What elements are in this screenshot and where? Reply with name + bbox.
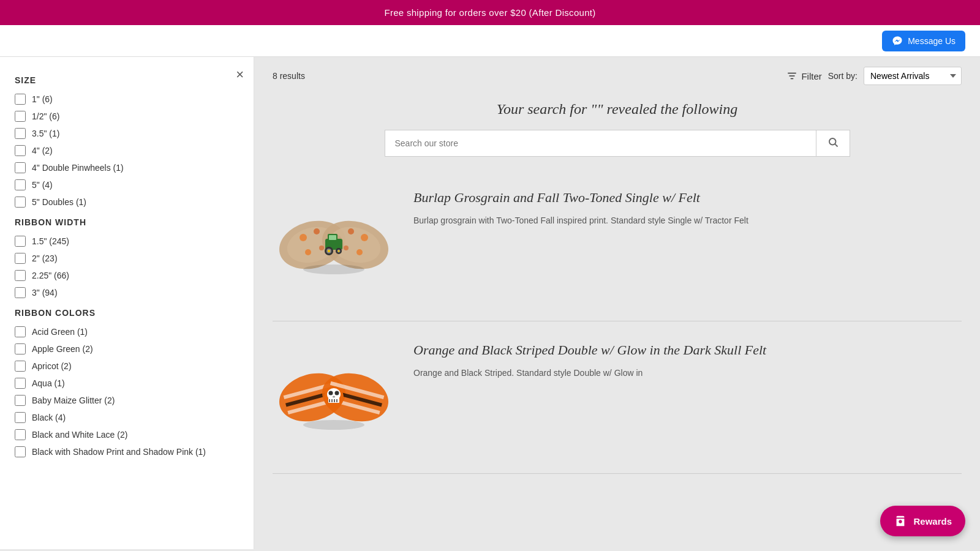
- ribbon-color-item[interactable]: Acid Green (1): [15, 326, 239, 337]
- ribbon-color-checkbox-5[interactable]: [15, 412, 26, 423]
- main-layout: × SIZE 1" (6) 1/2" (6) 3.5" (1) 4" (2): [0, 57, 980, 549]
- ribbon-width-label-2: 2.25" (66): [32, 271, 69, 280]
- svg-point-3: [829, 138, 836, 145]
- ribbon-color-label-3: Aqua (1): [32, 378, 65, 388]
- ribbon-color-item[interactable]: Baby Maize Glitter (2): [15, 395, 239, 406]
- size-label-0: 1" (6): [32, 94, 53, 104]
- ribbon-color-label-4: Baby Maize Glitter (2): [32, 395, 115, 405]
- ribbon-width-label-1: 2" (23): [32, 253, 58, 263]
- size-filter-item[interactable]: 5" Doubles (1): [15, 197, 239, 208]
- top-banner: Free shipping for orders over $20 (After…: [0, 0, 980, 25]
- ribbon-color-label-1: Apple Green (2): [32, 344, 93, 354]
- svg-point-15: [356, 249, 363, 255]
- size-checkbox-0[interactable]: [15, 94, 26, 105]
- ribbon-color-item[interactable]: Apricot (2): [15, 361, 239, 372]
- size-filter-item[interactable]: 3.5" (1): [15, 128, 239, 139]
- filter-label: Filter: [801, 71, 821, 81]
- size-filter-item[interactable]: 4" (2): [15, 145, 239, 156]
- size-checkbox-4[interactable]: [15, 162, 26, 173]
- ribbon-color-label-2: Apricot (2): [32, 361, 72, 371]
- ribbon-width-checkbox-0[interactable]: [15, 236, 26, 247]
- svg-point-25: [328, 250, 330, 252]
- size-filter-item[interactable]: 5" (4): [15, 179, 239, 190]
- svg-point-27: [303, 264, 364, 274]
- sort-area: Filter Sort by: Newest Arrivals Price: L…: [786, 67, 962, 85]
- rewards-button[interactable]: Rewards: [880, 506, 965, 536]
- size-checkbox-5[interactable]: [15, 179, 26, 190]
- svg-point-39: [329, 391, 333, 395]
- search-input[interactable]: [385, 130, 816, 157]
- svg-point-40: [335, 391, 339, 395]
- ribbon-color-item[interactable]: Aqua (1): [15, 378, 239, 389]
- ribbon-color-label-7: Black with Shadow Print and Shadow Pink …: [32, 447, 206, 457]
- product-title-1: Burlap Grosgrain and Fall Two-Toned Sing…: [413, 190, 962, 206]
- ribbon-color-label-5: Black (4): [32, 413, 66, 422]
- sort-select[interactable]: Newest Arrivals Price: Low to High Price…: [864, 67, 962, 85]
- bow-tractor-image: [273, 184, 395, 306]
- ribbon-color-checkbox-1[interactable]: [15, 343, 26, 354]
- ribbon-width-item[interactable]: 3" (94): [15, 287, 239, 298]
- message-us-button[interactable]: Message Us: [882, 31, 965, 51]
- ribbon-width-item[interactable]: 1.5" (245): [15, 236, 239, 247]
- product-image-1: [273, 184, 395, 306]
- message-us-label: Message Us: [908, 36, 956, 46]
- size-label-2: 3.5" (1): [32, 129, 59, 138]
- ribbon-width-title: RIBBON WIDTH: [15, 217, 239, 227]
- product-desc-2: Orange and Black Striped. Standard style…: [413, 367, 962, 380]
- ribbon-color-item[interactable]: Black (4): [15, 412, 239, 423]
- product-list: Burlap Grosgrain and Fall Two-Toned Sing…: [254, 169, 980, 492]
- sort-label: Sort by:: [828, 71, 858, 81]
- ribbon-color-checkbox-2[interactable]: [15, 361, 26, 372]
- svg-point-10: [314, 228, 320, 234]
- ribbon-color-checkbox-3[interactable]: [15, 378, 26, 389]
- product-card-2[interactable]: Orange and Black Striped Double w/ Glow …: [273, 321, 962, 474]
- sidebar-close-button[interactable]: ×: [236, 67, 244, 83]
- messenger-icon: [892, 36, 903, 47]
- ribbon-color-checkbox-4[interactable]: [15, 395, 26, 406]
- ribbon-width-item[interactable]: 2.25" (66): [15, 270, 239, 281]
- ribbon-width-checkbox-1[interactable]: [15, 253, 26, 264]
- ribbon-color-item[interactable]: Black and White Lace (2): [15, 429, 239, 440]
- search-banner-title: Your search for "" revealed the followin…: [254, 101, 980, 118]
- svg-point-41: [333, 396, 335, 398]
- banner-text: Free shipping for orders over $20 (After…: [384, 7, 595, 18]
- header: Message Us: [0, 25, 980, 57]
- size-label-6: 5" Doubles (1): [32, 197, 86, 207]
- ribbon-color-item[interactable]: Apple Green (2): [15, 343, 239, 354]
- content-area: 8 results Filter Sort by: Newest Arrival…: [254, 57, 980, 549]
- ribbon-width-label-0: 1.5" (245): [32, 236, 69, 246]
- size-checkbox-2[interactable]: [15, 128, 26, 139]
- product-info-1: Burlap Grosgrain and Fall Two-Toned Sing…: [413, 184, 962, 227]
- ribbon-colors-title: RIBBON COLORS: [15, 308, 239, 318]
- product-card-1[interactable]: Burlap Grosgrain and Fall Two-Toned Sing…: [273, 169, 962, 321]
- ribbon-color-checkbox-6[interactable]: [15, 429, 26, 440]
- search-input-row: [385, 130, 850, 157]
- size-label-4: 4" Double Pinwheels (1): [32, 163, 124, 173]
- ribbon-color-checkbox-7[interactable]: [15, 446, 26, 457]
- product-image-2: [273, 336, 395, 459]
- ribbon-width-item[interactable]: 2" (23): [15, 253, 239, 264]
- svg-line-4: [835, 144, 837, 146]
- size-label-3: 4" (2): [32, 146, 53, 156]
- filter-button[interactable]: Filter: [786, 70, 821, 81]
- size-filter-item[interactable]: 1" (6): [15, 94, 239, 105]
- ribbon-width-label-3: 3" (94): [32, 288, 58, 298]
- svg-point-16: [344, 246, 349, 250]
- svg-point-46: [303, 420, 364, 430]
- size-filter-item[interactable]: 4" Double Pinwheels (1): [15, 162, 239, 173]
- ribbon-width-checkbox-3[interactable]: [15, 287, 26, 298]
- search-button[interactable]: [816, 130, 850, 157]
- ribbon-color-checkbox-0[interactable]: [15, 326, 26, 337]
- size-checkbox-1[interactable]: [15, 111, 26, 122]
- ribbon-width-checkbox-2[interactable]: [15, 270, 26, 281]
- product-desc-1: Burlap grosgrain with Two-Toned Fall ins…: [413, 214, 962, 227]
- ribbon-width-filter-section: RIBBON WIDTH 1.5" (245) 2" (23) 2.25" (6…: [15, 217, 239, 298]
- svg-rect-20: [329, 235, 336, 240]
- results-bar: 8 results Filter Sort by: Newest Arrival…: [254, 57, 980, 95]
- size-checkbox-3[interactable]: [15, 145, 26, 156]
- size-checkbox-6[interactable]: [15, 197, 26, 208]
- svg-point-11: [305, 249, 311, 255]
- results-count: 8 results: [273, 71, 305, 81]
- size-filter-item[interactable]: 1/2" (6): [15, 111, 239, 122]
- ribbon-color-item[interactable]: Black with Shadow Print and Shadow Pink …: [15, 446, 239, 457]
